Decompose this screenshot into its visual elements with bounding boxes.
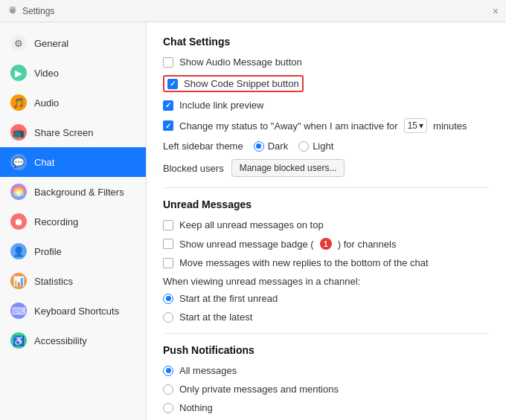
sidebar-label-profile: Profile bbox=[34, 246, 62, 257]
label-away: Change my status to "Away" when I am ina… bbox=[179, 120, 398, 132]
sidebar-item-background[interactable]: 🌅 Background & Filters bbox=[0, 177, 146, 207]
label-latest: Start at the latest bbox=[179, 311, 252, 323]
option-all-messages: All messages bbox=[163, 365, 490, 376]
label-all-messages: All messages bbox=[179, 365, 237, 376]
away-minutes-value: 15 bbox=[408, 120, 417, 131]
label-light: Light bbox=[313, 140, 333, 152]
option-audio-msg: Show Audio Message button bbox=[163, 56, 490, 68]
recording-icon: ⏺ bbox=[10, 213, 27, 230]
video-icon: ▶ bbox=[10, 65, 27, 81]
radio-private-mentions[interactable] bbox=[163, 384, 173, 395]
sidebar-label-recording: Recording bbox=[34, 216, 78, 227]
sidebar-label-accessibility: Accessibility bbox=[34, 335, 87, 346]
sidebar-label-chat: Chat bbox=[34, 157, 54, 168]
option-badge: Show unread message badge ( 1 ) for chan… bbox=[163, 238, 490, 250]
sidebar-item-statistics[interactable]: 📊 Statistics bbox=[0, 266, 146, 296]
theme-label: Left sidebar theme bbox=[163, 140, 243, 152]
checkbox-audio-msg[interactable] bbox=[163, 57, 173, 68]
option-nothing: Nothing bbox=[163, 402, 490, 413]
background-icon: 🌅 bbox=[10, 184, 27, 200]
sidebar-item-general[interactable]: ⚙ General bbox=[0, 28, 146, 58]
option-link-preview: Include link preview bbox=[163, 100, 490, 111]
blocked-users-row: Blocked users Manage blocked users... bbox=[163, 159, 490, 177]
sidebar-item-keyboard[interactable]: ⌨ Keyboard Shortcuts bbox=[0, 296, 146, 326]
checkbox-link-preview[interactable] bbox=[163, 100, 173, 111]
option-first-unread: Start at the first unread bbox=[163, 293, 490, 304]
when-viewing-label: When viewing unread messages in a channe… bbox=[163, 276, 490, 287]
sidebar-label-audio: Audio bbox=[34, 97, 59, 109]
radio-nothing[interactable] bbox=[163, 403, 173, 413]
profile-icon: 👤 bbox=[10, 243, 27, 259]
radio-first-unread[interactable] bbox=[163, 294, 173, 304]
keyboard-icon: ⌨ bbox=[10, 303, 27, 319]
sidebar-label-statistics: Statistics bbox=[34, 276, 73, 287]
title-bar-title: Settings bbox=[22, 6, 54, 16]
option-latest: Start at the latest bbox=[163, 311, 490, 323]
general-icon: ⚙ bbox=[10, 35, 27, 51]
close-button[interactable]: × bbox=[493, 6, 499, 16]
code-snippet-highlight: Show Code Snippet button bbox=[163, 75, 304, 92]
share-icon: 📺 bbox=[10, 124, 27, 140]
label-link-preview: Include link preview bbox=[179, 100, 263, 111]
content-area: Chat Settings Show Audio Message button … bbox=[147, 22, 506, 420]
sidebar: ⚙ General ▶ Video 🎵 Audio 📺 Share Screen… bbox=[0, 22, 147, 420]
checkbox-keep-top[interactable] bbox=[163, 220, 173, 230]
option-private-mentions: Only private messages and mentions bbox=[163, 384, 490, 395]
label-dark: Dark bbox=[268, 140, 288, 152]
radio-latest[interactable] bbox=[163, 312, 173, 323]
manage-blocked-button[interactable]: Manage blocked users... bbox=[231, 159, 345, 177]
checkbox-move-bottom[interactable] bbox=[163, 258, 173, 268]
title-bar: Settings × bbox=[0, 0, 506, 22]
sidebar-label-share: Share Screen bbox=[34, 127, 94, 138]
unread-messages-title: Unread Messages bbox=[163, 198, 490, 210]
checkbox-badge[interactable] bbox=[163, 239, 173, 249]
sidebar-label-general: General bbox=[34, 38, 68, 49]
label-minutes: minutes bbox=[433, 120, 467, 132]
sidebar-item-chat[interactable]: 💬 Chat bbox=[0, 147, 146, 177]
option-away-status: Change my status to "Away" when I am ina… bbox=[163, 118, 490, 133]
sidebar-item-accessibility[interactable]: ♿ Accessibility bbox=[0, 326, 146, 355]
push-notifications-title: Push Notifications bbox=[163, 344, 490, 356]
sidebar-item-video[interactable]: ▶ Video bbox=[0, 58, 146, 88]
theme-light[interactable]: Light bbox=[298, 140, 333, 152]
label-move-bottom: Move messages with new replies to the bo… bbox=[179, 257, 429, 268]
sidebar-item-share-screen[interactable]: 📺 Share Screen bbox=[0, 117, 146, 147]
option-move-bottom: Move messages with new replies to the bo… bbox=[163, 257, 490, 268]
title-bar-left: Settings bbox=[7, 6, 54, 16]
divider-2 bbox=[163, 333, 490, 334]
sidebar-label-background: Background & Filters bbox=[34, 187, 124, 198]
label-private-mentions: Only private messages and mentions bbox=[179, 384, 339, 395]
radio-dark[interactable] bbox=[254, 141, 264, 152]
away-minutes-select[interactable]: 15 ▾ bbox=[404, 118, 427, 133]
statistics-icon: 📊 bbox=[10, 273, 27, 289]
badge-count: 1 bbox=[320, 238, 332, 250]
sidebar-label-keyboard: Keyboard Shortcuts bbox=[34, 306, 119, 317]
radio-all-messages[interactable] bbox=[163, 366, 173, 376]
option-keep-top: Keep all unread messages on top bbox=[163, 219, 490, 230]
label-code-snippet: Show Code Snippet button bbox=[184, 78, 299, 89]
label-badge-pre: Show unread message badge ( bbox=[179, 239, 314, 250]
chat-settings-title: Chat Settings bbox=[163, 36, 490, 48]
label-keep-top: Keep all unread messages on top bbox=[179, 219, 324, 230]
main-container: ⚙ General ▶ Video 🎵 Audio 📺 Share Screen… bbox=[0, 22, 506, 420]
theme-dark[interactable]: Dark bbox=[254, 140, 288, 152]
label-audio-msg: Show Audio Message button bbox=[179, 56, 302, 68]
label-nothing: Nothing bbox=[179, 402, 213, 413]
sidebar-item-profile[interactable]: 👤 Profile bbox=[0, 236, 146, 266]
settings-icon bbox=[7, 6, 18, 16]
radio-light[interactable] bbox=[298, 141, 309, 152]
blocked-label: Blocked users bbox=[163, 163, 224, 174]
sidebar-item-audio[interactable]: 🎵 Audio bbox=[0, 88, 146, 117]
option-code-snippet: Show Code Snippet button bbox=[163, 75, 490, 92]
audio-icon: 🎵 bbox=[10, 94, 27, 111]
label-first-unread: Start at the first unread bbox=[179, 293, 278, 304]
label-badge-post: ) for channels bbox=[338, 239, 397, 250]
select-chevron: ▾ bbox=[419, 120, 423, 131]
sidebar-label-video: Video bbox=[34, 68, 59, 79]
checkbox-code-snippet[interactable] bbox=[167, 79, 178, 89]
checkbox-away[interactable] bbox=[163, 120, 173, 131]
chat-icon: 💬 bbox=[10, 154, 27, 170]
sidebar-item-recording[interactable]: ⏺ Recording bbox=[0, 207, 146, 236]
divider-1 bbox=[163, 187, 490, 188]
theme-row: Left sidebar theme Dark Light bbox=[163, 140, 490, 152]
